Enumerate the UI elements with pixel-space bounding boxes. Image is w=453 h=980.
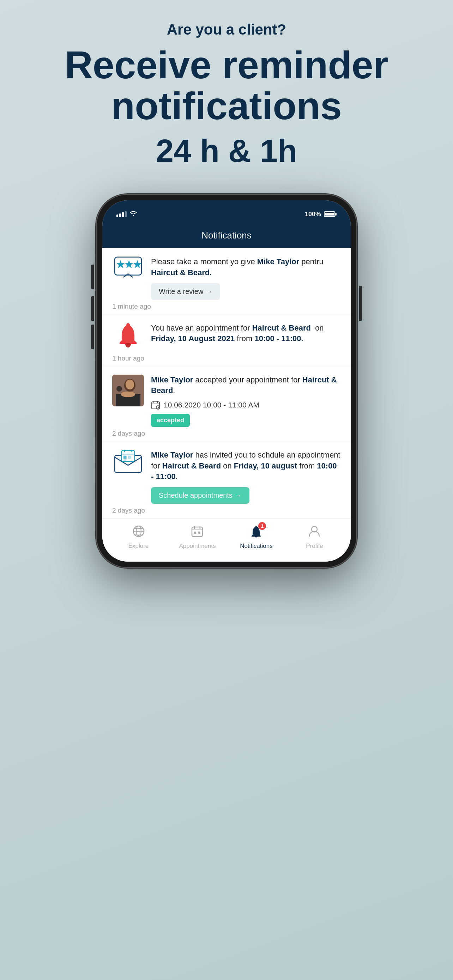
notif-content-review: Please take a moment yo give Mike Taylor… xyxy=(112,256,341,300)
phone-mockup: 100% Notifications xyxy=(96,194,357,568)
notif-content-appointment: You have an appointment for Haircut & Be… xyxy=(112,323,341,352)
timestamp-review: 1 minute ago xyxy=(112,303,341,310)
svg-point-6 xyxy=(126,345,130,347)
notif-content-accepted: Mike Taylor accepted your appointment fo… xyxy=(112,375,341,427)
svg-marker-3 xyxy=(134,260,141,268)
barber-thumbnail xyxy=(112,375,144,406)
tab-notifications[interactable]: 1 Notifications xyxy=(238,525,274,550)
battery-percent: 100% xyxy=(305,211,321,218)
svg-point-12 xyxy=(116,386,122,391)
hero-section: Are you a client? Receive reminder notif… xyxy=(14,21,439,169)
notch xyxy=(191,200,262,211)
accepted-date-text: 10.06.2020 10:00 - 11:00 AM xyxy=(164,400,259,410)
accepted-badge: accepted xyxy=(151,414,190,427)
notif-text-invite: Mike Taylor has invited you to schdule a… xyxy=(151,450,341,504)
svg-point-9 xyxy=(126,380,134,390)
globe-icon xyxy=(132,525,145,541)
signal-bars-icon xyxy=(116,211,127,217)
battery-icon xyxy=(324,211,337,217)
status-bar: 100% xyxy=(102,200,351,225)
tab-notifications-wrapper: 1 xyxy=(250,525,262,541)
tab-explore-label: Explore xyxy=(129,542,149,550)
svg-point-33 xyxy=(138,535,140,537)
notif-item-accepted: Mike Taylor accepted your appointment fo… xyxy=(102,366,351,441)
svg-point-40 xyxy=(255,536,257,538)
notif-item-appointment: You have an appointment for Haircut & Be… xyxy=(102,314,351,366)
status-right: 100% xyxy=(305,211,337,218)
svg-rect-27 xyxy=(124,459,127,461)
notification-badge: 1 xyxy=(258,522,266,530)
notif-text-review: Please take a moment yo give Mike Taylor… xyxy=(151,256,341,300)
hero-time-text: 24 h & 1h xyxy=(14,133,439,169)
tab-profile[interactable]: Profile xyxy=(297,525,332,550)
hero-subtitle: Are you a client? xyxy=(14,21,439,38)
svg-rect-39 xyxy=(198,531,200,534)
wifi-icon xyxy=(129,211,137,218)
tab-explore[interactable]: Explore xyxy=(121,525,156,550)
barber-photo xyxy=(112,375,144,406)
tab-notifications-label: Notifications xyxy=(240,542,273,550)
envelope-calendar-icon xyxy=(114,450,142,473)
svg-marker-1 xyxy=(117,260,124,268)
notifications-list: Please take a moment yo give Mike Taylor… xyxy=(102,248,351,518)
date-badge-accepted: 10.06.2020 10:00 - 11:00 AM xyxy=(151,400,341,410)
nav-title: Notifications xyxy=(202,230,251,240)
notif-item-invite: Mike Taylor has invited you to schdule a… xyxy=(102,441,351,518)
notif-item-review: Please take a moment yo give Mike Taylor… xyxy=(102,248,351,314)
phone-screen: 100% Notifications xyxy=(102,200,351,562)
notif-text-appointment: You have an appointment for Haircut & Be… xyxy=(151,323,341,345)
bell-icon-area xyxy=(112,323,144,352)
svg-rect-26 xyxy=(128,455,131,458)
timestamp-invite: 2 days ago xyxy=(112,507,341,514)
review-icon-area xyxy=(112,256,144,280)
envelope-icon-area xyxy=(112,450,144,473)
svg-rect-25 xyxy=(124,455,127,458)
svg-point-11 xyxy=(121,391,135,397)
bell-notification-icon xyxy=(117,323,139,352)
tab-bar: Explore Appointments xyxy=(102,518,351,562)
tab-appointments[interactable]: Appointments xyxy=(179,525,216,550)
svg-point-5 xyxy=(126,323,130,327)
notif-content-invite: Mike Taylor has invited you to schdule a… xyxy=(112,450,341,504)
notif-text-accepted: Mike Taylor accepted your appointment fo… xyxy=(151,375,341,427)
svg-rect-38 xyxy=(194,531,196,534)
tab-appointments-label: Appointments xyxy=(179,542,216,550)
svg-marker-2 xyxy=(125,260,133,268)
calendar-icon xyxy=(191,525,203,541)
tab-profile-label: Profile xyxy=(306,542,323,550)
nav-bar: Notifications xyxy=(102,225,351,248)
timestamp-appointment: 1 hour ago xyxy=(112,355,341,362)
schedule-appointments-button[interactable]: Schedule appointments → xyxy=(151,487,250,504)
review-stars-icon xyxy=(114,256,142,280)
status-left xyxy=(116,211,137,218)
person-icon xyxy=(308,525,321,541)
svg-rect-34 xyxy=(192,527,202,536)
hero-main-title: Receive reminder notifications xyxy=(14,45,439,126)
write-review-button[interactable]: Write a review → xyxy=(151,283,220,300)
timestamp-accepted: 2 days ago xyxy=(112,430,341,438)
phone-outer: 100% Notifications xyxy=(96,194,357,568)
